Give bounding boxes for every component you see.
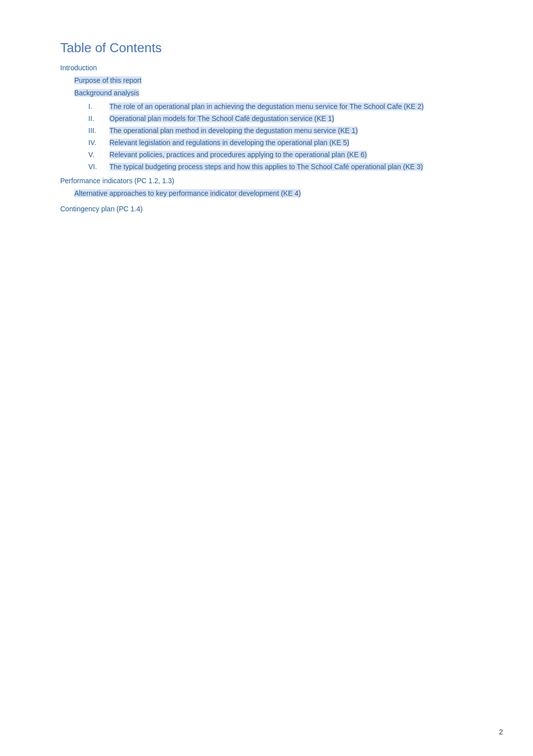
roman-ii-text: Operational plan models for The School C… bbox=[109, 114, 334, 122]
roman-v-link[interactable]: Relevant policies, practices and procedu… bbox=[109, 151, 367, 159]
introduction-link[interactable]: Introduction bbox=[60, 63, 97, 73]
roman-iii-item: III. The operational plan method in deve… bbox=[60, 127, 473, 135]
background-item: Background analysis bbox=[60, 88, 473, 98]
alternative-item: Alternative approaches to key performanc… bbox=[60, 188, 473, 199]
roman-iii-link[interactable]: The operational plan method in developin… bbox=[109, 127, 358, 135]
roman-iv-text: Relevant legislation and regulations in … bbox=[109, 139, 349, 147]
toc-section-introduction: Introduction Purpose of this report Back… bbox=[60, 63, 473, 171]
alternative-text: Alternative approaches to key performanc… bbox=[74, 189, 301, 197]
roman-vi-item: VI. The typical budgeting process steps … bbox=[60, 163, 473, 171]
page-container: Table of Contents Introduction Purpose o… bbox=[0, 0, 533, 756]
roman-i-link[interactable]: The role of an operational plan in achie… bbox=[109, 102, 424, 110]
roman-ii-numeral: II. bbox=[88, 114, 109, 122]
performance-link[interactable]: Performance indicators (PC 1.2, 1.3) bbox=[60, 176, 174, 186]
roman-vi-numeral: VI. bbox=[88, 163, 109, 171]
purpose-item: Purpose of this report bbox=[60, 75, 473, 86]
roman-i-numeral: I. bbox=[88, 102, 109, 110]
roman-iv-link[interactable]: Relevant legislation and regulations in … bbox=[109, 139, 349, 147]
toc-section-performance: Performance indicators (PC 1.2, 1.3) Alt… bbox=[60, 176, 473, 199]
roman-iii-text: The operational plan method in developin… bbox=[109, 127, 358, 135]
page-number: 2 bbox=[499, 728, 503, 736]
roman-vi-link[interactable]: The typical budgeting process steps and … bbox=[109, 163, 423, 171]
roman-v-text: Relevant policies, practices and procedu… bbox=[109, 151, 367, 159]
roman-v-item: V. Relevant policies, practices and proc… bbox=[60, 151, 473, 159]
roman-v-numeral: V. bbox=[88, 151, 109, 159]
introduction-item: Introduction bbox=[60, 63, 473, 73]
roman-iv-item: IV. Relevant legislation and regulations… bbox=[60, 139, 473, 147]
alternative-link[interactable]: Alternative approaches to key performanc… bbox=[74, 188, 301, 199]
toc-content: Introduction Purpose of this report Back… bbox=[60, 63, 473, 214]
purpose-text: Purpose of this report bbox=[74, 76, 142, 84]
roman-vi-text: The typical budgeting process steps and … bbox=[109, 163, 423, 171]
toc-title: Table of Contents bbox=[60, 40, 473, 56]
contingency-item: Contingency plan (PC 1.4) bbox=[60, 204, 473, 214]
roman-ii-item: II. Operational plan models for The Scho… bbox=[60, 114, 473, 122]
roman-iv-numeral: IV. bbox=[88, 139, 109, 147]
background-text: Background analysis bbox=[74, 89, 139, 97]
roman-i-text: The role of an operational plan in achie… bbox=[109, 102, 424, 110]
roman-iii-numeral: III. bbox=[88, 127, 109, 135]
background-link[interactable]: Background analysis bbox=[74, 88, 139, 98]
purpose-link[interactable]: Purpose of this report bbox=[74, 75, 142, 86]
toc-section-contingency: Contingency plan (PC 1.4) bbox=[60, 204, 473, 214]
roman-ii-link[interactable]: Operational plan models for The School C… bbox=[109, 114, 334, 122]
performance-item: Performance indicators (PC 1.2, 1.3) bbox=[60, 176, 473, 186]
contingency-link[interactable]: Contingency plan (PC 1.4) bbox=[60, 204, 143, 214]
roman-i-item: I. The role of an operational plan in ac… bbox=[60, 102, 473, 110]
